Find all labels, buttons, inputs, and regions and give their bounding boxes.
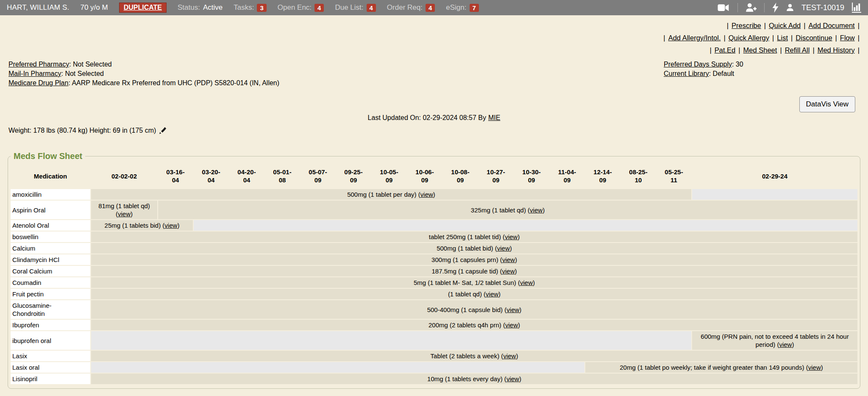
supply-info: Preferred Days Supply: 30Current Library… <box>664 60 860 88</box>
dose-cell: 325mg (1 tablet qd) (view) <box>158 201 857 219</box>
link-list[interactable]: List <box>777 34 788 42</box>
dose-text: 5mg (1 tablet M- Sat, 1/2 tablet Sun) <box>414 279 516 286</box>
add-user-icon[interactable] <box>746 3 757 12</box>
link-discontinue[interactable]: Discontinue <box>796 34 832 42</box>
vitals-text: Weight: 178 lbs (80.74 kg) Height: 69 in… <box>8 127 156 134</box>
dose-text: tablet 250mg (1 tablet tid) <box>429 233 501 240</box>
dose-cell: 300mg (1 capsules prn) (view) <box>91 254 857 265</box>
view-link[interactable]: view <box>506 306 519 313</box>
link-refill-all[interactable]: Refill All <box>785 46 810 54</box>
table-row: ibuprofen oral600mg (PRN pain, not to ex… <box>11 331 857 350</box>
view-link[interactable]: view <box>486 290 498 298</box>
view-link[interactable]: view <box>503 352 516 360</box>
duplicate-flag[interactable]: DUPLICATE <box>119 3 167 13</box>
dose-text: 300mg (1 capsules prn) <box>431 256 498 263</box>
stat-orderreq: Order Req:4 <box>387 3 435 12</box>
info-label-preferred-days-supply[interactable]: Preferred Days Supply <box>664 61 732 68</box>
stat-tasks: Tasks:3 <box>234 3 267 12</box>
link-separator: | <box>709 46 711 54</box>
patient-header-bar: HART, WILLIAM S. 70 y/o M DUPLICATE Stat… <box>0 0 868 15</box>
info-value: Not Selected <box>65 70 104 77</box>
table-row: boswellintablet 250mg (1 tablet tid) (vi… <box>11 231 857 242</box>
dose-cell: 10mg (1 tablets every day) (view) <box>91 374 857 384</box>
link-quick-allergy[interactable]: Quick Allergy <box>729 34 769 42</box>
view-link[interactable]: view <box>506 375 519 382</box>
link-separator: | <box>780 46 782 54</box>
link-add-document[interactable]: Add Document <box>809 22 855 29</box>
quick-links-row-3: |Pat.Ed|Med Sheet|Refill All|Med History… <box>8 44 860 56</box>
link-med-history[interactable]: Med History <box>818 46 855 54</box>
view-link[interactable]: view <box>520 279 533 286</box>
view-link[interactable]: view <box>779 341 792 348</box>
view-link[interactable]: view <box>808 364 821 371</box>
view-link[interactable]: view <box>497 245 510 252</box>
patient-demographics: 70 y/o M <box>80 3 108 12</box>
link-add-allergy-intol-[interactable]: Add Allergy/Intol. <box>668 34 721 42</box>
dose-cell: 20mg (1 tablet po weekly; take if weight… <box>585 362 857 373</box>
medication-name: Clindamycin HCl <box>11 254 90 265</box>
table-row: Ibuprofen200mg (2 tablets q4h prn) (view… <box>11 320 857 330</box>
medication-name: Fruit pectin <box>11 289 90 299</box>
column-header-date: 02-02-02 <box>91 164 157 188</box>
view-link[interactable]: view <box>502 268 515 275</box>
column-header-date: 03-20- 04 <box>194 164 228 188</box>
link-separator: | <box>835 34 837 42</box>
link-prescribe[interactable]: Prescribe <box>732 22 761 29</box>
stat-label: Order Req: <box>387 3 423 12</box>
stat-duelist: Due List:4 <box>335 3 376 12</box>
column-header-date: 09-25- 09 <box>336 164 371 188</box>
column-header-date: 10-27- 09 <box>479 164 513 188</box>
chart-icon[interactable] <box>852 3 861 13</box>
link-flow[interactable]: Flow <box>840 34 855 42</box>
medication-name: Coral Calcium <box>11 266 90 276</box>
stat-badge[interactable]: 4 <box>426 4 435 12</box>
medication-name: Atenolol Oral <box>11 220 90 231</box>
view-link[interactable]: view <box>420 191 433 198</box>
video-camera-icon[interactable] <box>717 4 730 11</box>
table-row: LasixTablet (2 tablets a week) (view) <box>11 351 857 361</box>
stat-badge[interactable]: 7 <box>470 4 479 12</box>
stat-label: Due List: <box>335 3 363 12</box>
datavis-view-button[interactable]: DataVis View <box>799 96 855 112</box>
view-link[interactable]: view <box>118 210 131 218</box>
info-label-preferred-pharmacy[interactable]: Preferred Pharmacy <box>8 61 69 68</box>
medication-name: Calcium <box>11 243 90 254</box>
info-label-mail-in-pharmacy[interactable]: Mail-In Pharmacy <box>8 70 61 77</box>
dose-cell: 500mg (1 tablet bid) (view) <box>91 243 857 254</box>
medication-name: Glucosamine- Chondroitin <box>11 300 90 319</box>
stat-status: Status:Active <box>178 3 223 12</box>
stat-badge[interactable]: 4 <box>367 4 376 12</box>
last-updated-by-link[interactable]: MIE <box>488 114 500 121</box>
bolt-icon[interactable] <box>772 3 779 13</box>
info-label-medicare-drug-plan[interactable]: Medicare Drug Plan <box>8 79 68 86</box>
info-label-current-library[interactable]: Current Library <box>664 70 709 77</box>
stat-label: Open Enc: <box>278 3 312 12</box>
view-link[interactable]: view <box>530 206 542 214</box>
dose-text: 25mg (1 tablets bid) <box>105 222 161 229</box>
link-separator: | <box>723 34 725 42</box>
view-link[interactable]: view <box>502 256 515 263</box>
stat-badge[interactable]: 3 <box>257 4 266 12</box>
column-header-date: 02-29-24 <box>692 164 857 188</box>
link-med-sheet[interactable]: Med Sheet <box>743 46 777 54</box>
stat-openenc: Open Enc:4 <box>278 3 324 12</box>
user-icon[interactable] <box>786 4 794 11</box>
table-row: Glucosamine- Chondroitin500-400mg (1 cap… <box>11 300 857 319</box>
empty-cell <box>194 220 857 231</box>
dose-text: 200mg (2 tablets q4h prn) <box>428 321 501 329</box>
stat-badge[interactable]: 4 <box>314 4 324 12</box>
view-link[interactable]: view <box>164 222 177 229</box>
link-pat-ed[interactable]: Pat.Ed <box>715 46 736 54</box>
view-link[interactable]: view <box>505 321 518 329</box>
link-quick-add[interactable]: Quick Add <box>769 22 801 29</box>
pharmacy-info: Preferred Pharmacy: Not SelectedMail-In … <box>8 60 664 88</box>
view-link[interactable]: view <box>505 233 517 240</box>
link-separator: | <box>738 46 740 54</box>
edit-vitals-icon[interactable] <box>159 127 166 134</box>
topbar-separator <box>764 3 765 12</box>
column-header-date: 10-08- 09 <box>443 164 478 188</box>
table-row: Aspirin Oral81mg (1 tablet qd) (view)325… <box>11 201 857 219</box>
meds-flow-table: Medication02-02-0203-16- 0403-20- 0404-2… <box>10 163 858 385</box>
medication-name: Aspirin Oral <box>11 201 90 219</box>
info-value: Not Selected <box>73 61 112 68</box>
